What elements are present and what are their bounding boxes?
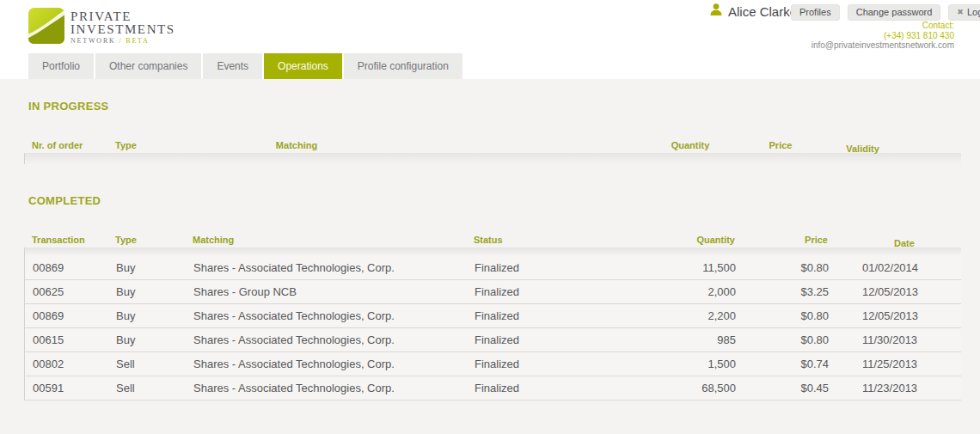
column-header-matching: Matching — [185, 232, 464, 248]
cell-type: Sell — [108, 376, 186, 400]
cell-quantity: 11,500 — [658, 256, 743, 279]
column-header-transaction: Transaction — [24, 232, 107, 248]
cell-matching: Shares - Associated Technologies, Corp. — [186, 376, 465, 400]
brand-logo[interactable]: PRIVATE INVESTMENTS NETWORK / BETA — [28, 8, 175, 47]
cell-date: 12/05/2013 — [836, 280, 962, 303]
tab-profile-configuration[interactable]: Profile configuration — [344, 53, 462, 79]
column-header-status: Status — [464, 232, 658, 248]
cell-matching: Shares - Associated Technologies, Corp. — [186, 304, 465, 327]
column-header-nr-of-order: Nr. of order — [24, 138, 107, 153]
column-header-type: Type — [107, 232, 185, 248]
in-progress-title: IN PROGRESS — [28, 79, 980, 113]
cell-type: Buy — [108, 256, 186, 279]
brand-line3: NETWORK / BETA — [70, 37, 175, 46]
cell-transaction: 00869 — [25, 304, 108, 327]
profiles-button[interactable]: Profiles — [791, 4, 840, 21]
cell-quantity: 68,500 — [658, 376, 743, 400]
cell-transaction: 00802 — [25, 352, 108, 376]
change-password-button[interactable]: Change password — [848, 4, 941, 21]
cell-quantity: 985 — [658, 328, 743, 351]
contact-label: Contact: — [812, 21, 954, 31]
cell-date: 11/25/2013 — [836, 352, 962, 376]
logout-button-label: Log out — [967, 7, 980, 17]
table-row: 00802 Sell Shares - Associated Technolog… — [25, 352, 961, 376]
tab-bar: Portfolio Other companies Events Operati… — [28, 53, 464, 79]
cell-date: 12/05/2013 — [836, 304, 962, 327]
cell-status: Finalized — [465, 352, 658, 376]
table-row: 00869 Buy Shares - Associated Technologi… — [25, 256, 961, 280]
brand-name: PRIVATE INVESTMENTS NETWORK / BETA — [70, 8, 175, 46]
tab-operations[interactable]: Operations — [264, 53, 342, 79]
cell-price: $0.45 — [743, 376, 836, 400]
cell-date: 11/23/2013 — [836, 376, 962, 400]
cell-price: $0.80 — [743, 328, 836, 351]
cell-transaction: 00591 — [25, 376, 108, 400]
completed-header-row: Transaction Type Matching Status Quantit… — [24, 232, 961, 248]
cell-matching: Shares - Associated Technologies, Corp. — [186, 328, 465, 351]
user-icon — [710, 3, 722, 19]
tab-events[interactable]: Events — [203, 53, 262, 79]
column-header-validity: Validity — [799, 141, 926, 156]
completed-title: COMPLETED — [28, 164, 980, 208]
brand-line1: PRIVATE — [70, 10, 175, 23]
cell-type: Buy — [108, 304, 186, 327]
cell-status: Finalized — [465, 376, 658, 400]
user-chip: Alice Clarke — [710, 3, 797, 19]
tab-other-companies[interactable]: Other companies — [95, 53, 201, 79]
cell-type: Sell — [108, 352, 186, 376]
cell-matching: Shares - Associated Technologies, Corp. — [186, 256, 465, 279]
cell-status: Finalized — [465, 328, 658, 351]
profiles-button-label: Profiles — [799, 7, 831, 17]
cell-price: $0.80 — [743, 304, 836, 327]
column-header-date: Date — [835, 235, 961, 251]
cell-transaction: 00615 — [25, 328, 108, 351]
cell-transaction: 00869 — [25, 256, 108, 279]
table-row: 00591 Sell Shares - Associated Technolog… — [25, 376, 961, 400]
brand-line2: INVESTMENTS — [70, 23, 175, 36]
contact-email[interactable]: info@privateinvestmentsnetwork.com — [812, 40, 954, 51]
completed-table-body: 00869 Buy Shares - Associated Technologi… — [24, 248, 961, 400]
page: PRIVATE INVESTMENTS NETWORK / BETA Alice… — [0, 0, 980, 434]
column-header-type: Type — [107, 138, 185, 153]
cell-type: Buy — [108, 328, 186, 351]
main-content: IN PROGRESS Nr. of order Type Matching Q… — [0, 79, 980, 400]
cell-price: $3.25 — [743, 280, 836, 303]
table-row: 00615 Buy Shares - Associated Technologi… — [25, 328, 961, 352]
contact-info: Contact: (+34) 931 810 430 info@privatei… — [812, 21, 954, 51]
brand-beta-label: BETA — [126, 37, 149, 45]
column-header-quantity: Quantity — [639, 138, 742, 153]
table-row: 00625 Buy Shares - Group NCB Finalized 2… — [25, 280, 961, 304]
cell-status: Finalized — [465, 304, 658, 327]
cell-matching: Shares - Group NCB — [186, 280, 465, 303]
table-row: 00869 Buy Shares - Associated Technologi… — [25, 304, 961, 328]
cell-quantity: 2,000 — [658, 280, 743, 303]
cell-price: $0.80 — [743, 256, 836, 279]
cell-transaction: 00625 — [25, 280, 108, 303]
table-top-shade — [25, 248, 961, 256]
cell-matching: Shares - Associated Technologies, Corp. — [186, 352, 465, 376]
tab-portfolio[interactable]: Portfolio — [28, 53, 94, 79]
user-name: Alice Clarke — [728, 4, 797, 19]
contact-phone: (+34) 931 810 430 — [812, 31, 954, 41]
brand-beta-sep: / — [119, 37, 122, 45]
cell-date: 11/30/2013 — [836, 328, 962, 351]
column-header-price: Price — [742, 232, 835, 248]
cell-status: Finalized — [465, 280, 658, 303]
column-header-matching: Matching — [185, 138, 408, 153]
cell-quantity: 1,500 — [658, 352, 743, 376]
cell-price: $0.74 — [743, 352, 836, 376]
logo-icon — [28, 8, 64, 47]
cell-date: 01/02/2014 — [836, 256, 962, 279]
close-icon: ✖ — [957, 9, 964, 16]
header-buttons: Profiles Change password ✖ Log out — [791, 4, 980, 21]
column-header-spacer — [408, 138, 639, 153]
column-header-quantity: Quantity — [658, 232, 742, 248]
in-progress-header-row: Nr. of order Type Matching Quantity Pric… — [24, 138, 961, 153]
logout-button[interactable]: ✖ Log out — [948, 4, 980, 21]
cell-type: Buy — [108, 280, 186, 303]
cell-quantity: 2,200 — [658, 304, 743, 327]
change-password-button-label: Change password — [856, 7, 933, 17]
cell-status: Finalized — [465, 256, 658, 279]
brand-network-label: NETWORK — [70, 37, 116, 45]
